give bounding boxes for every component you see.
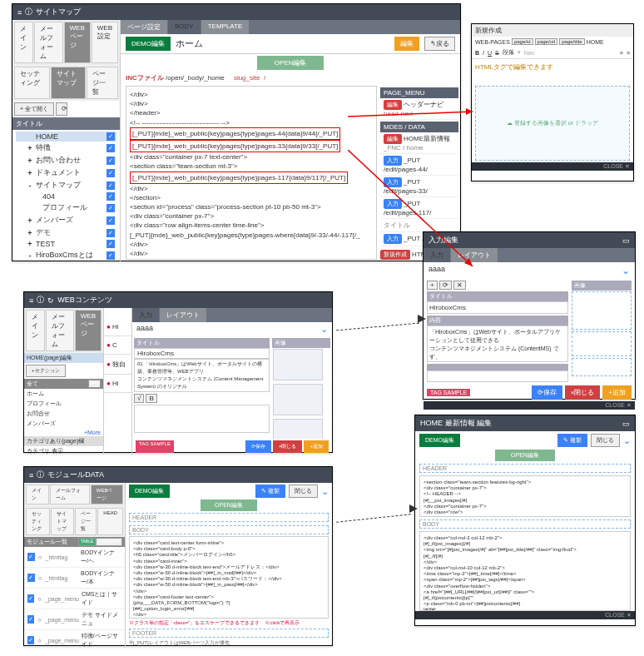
input-pill-1[interactable]: 入力 <box>384 156 402 166</box>
body-tabs: ページ設定 BODY TEMPLATE <box>121 20 460 34</box>
info-icon[interactable]: ⓘ <box>25 7 32 17</box>
expand-all-button[interactable]: + 全て開く <box>14 102 54 116</box>
add-button[interactable]: +追加 <box>602 385 632 400</box>
edit-button[interactable]: 編集 <box>394 37 419 51</box>
tree-item[interactable]: HOME✓ <box>16 132 116 142</box>
window-icon[interactable]: ▭ <box>622 236 630 245</box>
module-row[interactable]: ✓○_page_menuデモ サイドメニュ <box>24 609 125 630</box>
tree-header: タイトル <box>12 117 120 130</box>
info-icon[interactable]: ⓘ <box>37 295 44 306</box>
subtabs-2: セッティング サイトマップ ページ一覧 <box>12 65 120 101</box>
close-button[interactable]: ×閉じる <box>565 385 601 400</box>
tree-item[interactable]: +デモ✓ <box>16 226 116 239</box>
tree-item[interactable]: プロフィール✓ <box>16 201 116 214</box>
tree-item[interactable]: +メンバーズ✓ <box>16 214 116 226</box>
web-contents-window: ≡ⓘ↻WEBコンテンツ メインメールフォームWEBページ HOME(page)編… <box>23 291 333 453</box>
chevron-down-icon[interactable]: ⌄ <box>320 324 328 335</box>
cloud-upload-icon: ☁ <box>507 120 513 126</box>
module-code[interactable]: <div class="card text-center form-inline… <box>129 536 329 619</box>
tree-item[interactable]: +特徴✓ <box>16 142 116 154</box>
demo-edit-button[interactable]: DEMO編集 <box>126 37 171 51</box>
close-button[interactable]: CLOSE <box>603 163 623 169</box>
back-button[interactable]: ↰戻る <box>424 37 455 51</box>
sitemap-sidebar: メイン メールフォーム WEBページ WEB設定 セッティング サイトマップ ペ… <box>12 20 121 261</box>
image-drop[interactable] <box>572 291 632 330</box>
inc-label: INCファイル <box>126 74 164 82</box>
tab-main[interactable]: メイン <box>14 22 33 63</box>
new-button[interactable]: 新規作成 <box>380 250 410 260</box>
module-data-window: ≡ⓘモジュールDATA メインメールフォームWEBページ セッティングサイトマッ… <box>23 466 333 646</box>
sitemap-header: ≡ ⓘ サイトマップ <box>12 4 460 20</box>
input-pill-2[interactable]: 入力 <box>384 177 402 187</box>
tree-item[interactable]: -サイトマップ✓ <box>16 179 116 191</box>
mdes-label: MDES / DATA <box>380 122 458 132</box>
sitemap-title: サイトマップ <box>36 7 81 17</box>
tree-item[interactable]: -HiroBoxCmsとは✓ <box>16 249 116 261</box>
align-left-icon[interactable]: ≡ <box>620 50 623 56</box>
reload-button[interactable]: ⟳ <box>56 102 67 116</box>
menu-icon[interactable]: ≡ <box>29 296 33 305</box>
code-editor[interactable]: </div> </div></header><!-- -------------… <box>126 86 377 260</box>
open-edit-button[interactable]: OPEN編集 <box>257 56 324 70</box>
tree-item[interactable]: +TEST✓ <box>16 239 116 249</box>
module-row[interactable]: ✓○_page_menu特徴/ページサイド <box>24 630 125 648</box>
editor-note[interactable]: HTMLタグで編集できます <box>472 59 633 84</box>
tab-body[interactable]: BODY <box>168 20 201 34</box>
chevron-down-icon[interactable]: ⌄ <box>622 265 630 276</box>
tab-pagelist[interactable]: ページ一覧 <box>87 67 118 99</box>
menu-icon[interactable]: ≡ <box>17 8 22 17</box>
tab-websetting[interactable]: WEB設定 <box>92 22 118 63</box>
tab-mailform[interactable]: メールフォーム <box>34 22 63 63</box>
new-create-window: 新規作成 WEB-PAGES page/id page/url page/tit… <box>471 23 634 181</box>
slug-label: slug_site <box>234 74 260 82</box>
tree-item[interactable]: 404✓ <box>16 191 116 201</box>
new-title: 新規作成 <box>472 24 633 37</box>
edit-pill[interactable]: 編集 <box>384 100 402 110</box>
sitemap-window: ≡ ⓘ サイトマップ メイン メールフォーム WEBページ WEB設定 セッティ… <box>12 3 461 261</box>
page-menu-label: PAGE_MENU <box>380 87 458 98</box>
module-row[interactable]: ✓○_htmltagBODYインナー/ヘ <box>24 547 125 568</box>
tab-setting[interactable]: セッティング <box>14 67 50 99</box>
input-edit-window: 入力編集▭ 入力レイアウト aaaa⌄ +⟳✕ タイトル HiroboxCms … <box>423 231 636 400</box>
inc-path: /open/_body/_home <box>166 74 225 82</box>
home-news-window: HOME 最新情報 編集▭ DEMO編集 ✎ 複製 閉じる ⌄ OPEN編集 H… <box>414 415 636 626</box>
tab-page-setting[interactable]: ページ設定 <box>121 20 168 34</box>
input-pill-3[interactable]: 入力 <box>384 199 402 209</box>
module-row[interactable]: ✓○_page_menuCMSとは｜サイド <box>24 589 125 609</box>
align-center-icon[interactable]: ≡ <box>627 50 630 56</box>
slash: / <box>264 74 265 82</box>
sitemap-tree: HOME✓+特徴✓+お問い合わせ✓+ドキュメント✓-サイトマップ✓404✓プロフ… <box>12 130 120 261</box>
reload-icon[interactable]: ↻ <box>47 296 54 305</box>
save-button[interactable]: ⟳保存 <box>532 385 562 400</box>
tab-sitemap[interactable]: サイトマップ <box>51 67 87 99</box>
tab-webpage[interactable]: WEBページ <box>64 22 91 63</box>
module-row[interactable]: ✓○_htmltagBODYインナー/本 <box>24 568 125 589</box>
tree-item[interactable]: +ドキュメント✓ <box>16 166 116 179</box>
tree-item[interactable]: +お問い合わせ✓ <box>16 154 116 166</box>
page-title: ホーム <box>176 37 203 50</box>
sitemap-content: ページ設定 BODY TEMPLATE DEMO編集 ホーム 編集 ↰戻る OP… <box>121 20 460 261</box>
tab-template[interactable]: TEMPLATE <box>201 20 250 34</box>
subtabs-1: メイン メールフォーム WEBページ WEB設定 <box>12 20 120 65</box>
